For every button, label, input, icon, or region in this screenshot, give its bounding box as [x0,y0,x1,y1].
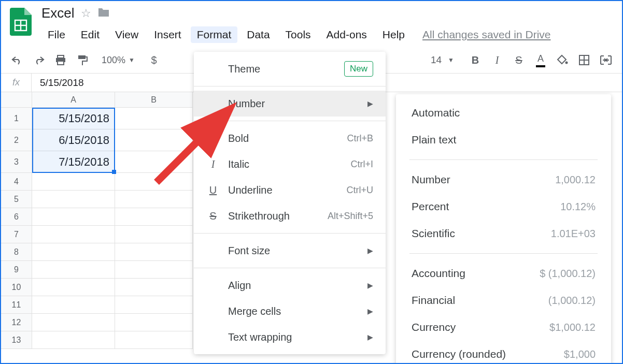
cell[interactable] [115,151,193,173]
menu-file[interactable]: File [41,26,72,43]
cell[interactable]: 6/15/2018 [32,129,115,151]
col-header[interactable]: B [115,92,193,108]
caret-down-icon: ▼ [129,56,135,64]
cell[interactable] [32,226,115,243]
cell[interactable] [115,191,193,208]
menu-item-theme[interactable]: Theme New [194,56,386,82]
menu-item-number[interactable]: Number ▶ [194,91,386,117]
currency-format-button[interactable]: $ [146,52,162,68]
menu-edit[interactable]: Edit [75,26,106,43]
menu-view[interactable]: View [109,26,145,43]
cell[interactable] [32,314,115,331]
row-header[interactable]: 12 [1,314,32,331]
submenu-item-currency[interactable]: Currency $1,000.12 [396,314,611,341]
borders-icon[interactable] [576,52,592,68]
fill-color-icon[interactable] [555,52,570,68]
fx-label[interactable]: fx [1,74,32,92]
row-header[interactable]: 5 [1,191,32,208]
cell[interactable] [32,331,115,349]
print-icon[interactable] [53,52,68,68]
cell[interactable] [115,331,193,349]
row-header[interactable]: 11 [1,296,32,314]
row-header[interactable]: 4 [1,173,32,191]
menu-item-italic[interactable]: I Italic Ctrl+I [194,151,386,177]
menu-format[interactable]: Format [191,26,238,43]
cell[interactable]: 5/15/2018 [32,108,115,129]
folder-icon[interactable] [97,6,110,21]
cell[interactable] [32,296,115,314]
row-header[interactable]: 8 [1,243,32,261]
row-header[interactable]: 3 [1,151,32,173]
bold-button[interactable]: B [468,52,483,68]
menu-help[interactable]: Help [376,26,411,43]
submenu-item-financial[interactable]: Financial (1,000.12) [396,287,611,314]
cell[interactable] [32,173,115,191]
cell[interactable]: 7/15/2018 [32,151,115,173]
italic-button[interactable]: I [489,52,505,68]
row-header[interactable]: 7 [1,226,32,243]
italic-icon: I [206,158,220,170]
row-header[interactable]: 2 [1,129,32,151]
submenu-item-percent[interactable]: Percent 10.12% [396,193,611,220]
cell[interactable] [115,108,193,129]
submenu-item-plain-text[interactable]: Plain text [396,126,611,153]
cell[interactable] [115,208,193,226]
submenu-item-scientific[interactable]: Scientific 1.01E+03 [396,220,611,247]
row-header[interactable]: 1 [1,108,32,129]
paint-format-icon[interactable] [75,52,90,68]
cell[interactable] [115,243,193,261]
cell[interactable] [115,129,193,151]
row-header[interactable]: 10 [1,279,32,296]
cell[interactable] [115,279,193,296]
save-status[interactable]: All changes saved in Drive [422,28,550,41]
row-header[interactable]: 9 [1,261,32,279]
menu-item-align[interactable]: Align ▶ [194,272,386,298]
menu-item-text-wrapping[interactable]: Text wrapping ▶ [194,324,386,350]
cell[interactable] [32,208,115,226]
cell[interactable] [32,261,115,279]
submenu-item-accounting[interactable]: Accounting $ (1,000.12) [396,260,611,287]
merge-cells-icon[interactable] [598,52,614,68]
redo-icon[interactable] [31,52,47,68]
star-icon[interactable]: ☆ [81,7,91,20]
formula-input[interactable]: 5/15/2018 [32,77,84,89]
menu-separator [194,86,386,86]
col-header[interactable]: A [32,92,115,108]
row-header[interactable]: 13 [1,331,32,349]
svg-rect-3 [58,55,64,58]
cell[interactable] [115,261,193,279]
menu-item-merge[interactable]: Merge cells ▶ [194,298,386,324]
document-title[interactable]: Excel [41,5,75,21]
submenu-item-automatic[interactable]: Automatic [396,99,611,126]
format-example: $1,000.12 [549,322,596,333]
zoom-value: 100% [102,55,125,66]
strikethrough-button[interactable]: S [511,52,527,68]
submenu-item-currency-rounded[interactable]: Currency (rounded) $1,000 [396,341,611,364]
select-all-corner[interactable] [1,92,32,108]
menu-separator [194,233,386,234]
menu-item-strikethrough[interactable]: S Strikethrough Alt+Shift+5 [194,203,386,229]
sheets-logo-icon[interactable] [6,7,35,36]
cell[interactable] [115,226,193,243]
undo-icon[interactable] [9,52,25,68]
zoom-selector[interactable]: 100% ▼ [96,53,140,68]
menu-tools[interactable]: Tools [279,26,317,43]
submenu-label: Number [412,173,450,186]
row-header[interactable]: 6 [1,208,32,226]
menu-separator [194,121,386,121]
menu-data[interactable]: Data [240,26,276,43]
submenu-item-number[interactable]: Number 1,000.12 [396,166,611,193]
menu-item-underline[interactable]: U Underline Ctrl+U [194,177,386,203]
cell[interactable] [32,279,115,296]
menu-item-font-size[interactable]: Font size ▶ [194,238,386,264]
cell[interactable] [115,173,193,191]
menu-insert[interactable]: Insert [148,26,188,43]
cell[interactable] [32,191,115,208]
font-size-selector[interactable]: 14 ▼ [423,52,461,68]
menu-item-bold[interactable]: B Bold Ctrl+B [194,125,386,151]
menu-addons[interactable]: Add-ons [320,26,373,43]
cell[interactable] [32,243,115,261]
text-color-button[interactable]: A [533,52,548,68]
cell[interactable] [115,314,193,331]
cell[interactable] [115,296,193,314]
